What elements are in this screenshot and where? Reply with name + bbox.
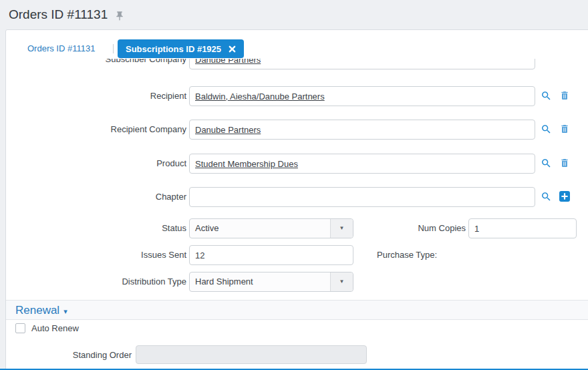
subscriber-company-row: Subscriber Company <box>6 59 588 69</box>
search-icon[interactable] <box>541 90 553 102</box>
recipient-input[interactable] <box>189 86 535 106</box>
renewal-section-header[interactable]: Renewal▾ <box>6 300 588 320</box>
purchase-type-label: Purchase Type: <box>377 245 437 265</box>
search-icon[interactable] <box>541 191 553 203</box>
pin-icon[interactable] <box>114 11 125 21</box>
distribution-type-select[interactable]: Hard Shipment ▼ <box>189 272 353 292</box>
distribution-type-row: Distribution Type Hard Shipment ▼ <box>6 272 588 292</box>
form-area: Subscriber Company Recipient Recipient C… <box>6 59 588 300</box>
auto-renew-label: Auto Renew <box>31 323 79 333</box>
content-panel: Orders ID #11131 Subscriptions ID #1925 … <box>5 29 588 370</box>
standing-order-row: Standing Order <box>6 345 588 365</box>
search-icon[interactable] <box>541 158 553 170</box>
chapter-input[interactable] <box>189 187 535 207</box>
product-row: Product <box>6 154 588 174</box>
tab-subscriptions-label: Subscriptions ID #1925 <box>126 44 221 54</box>
dropdown-arrow-icon[interactable]: ▼ <box>330 272 353 291</box>
num-copies-input[interactable] <box>468 218 577 238</box>
recipient-company-row: Recipient Company <box>6 120 588 140</box>
issues-sent-label: Issues Sent <box>6 245 186 265</box>
tab-subscriptions[interactable]: Subscriptions ID #1925 <box>118 39 244 58</box>
auto-renew-row: Auto Renew <box>15 323 79 333</box>
subscriber-company-input[interactable] <box>189 59 535 69</box>
status-select[interactable]: Active ▼ <box>189 218 353 238</box>
recipient-row: Recipient <box>6 86 588 106</box>
product-label: Product <box>6 154 186 174</box>
trash-icon[interactable] <box>559 90 571 102</box>
tab-separator <box>113 44 114 53</box>
auto-renew-checkbox[interactable] <box>15 323 25 333</box>
distribution-type-label: Distribution Type <box>6 272 186 292</box>
status-row: Status Active ▼ Num Copies <box>6 218 588 238</box>
search-icon[interactable] <box>541 124 553 136</box>
recipient-label: Recipient <box>6 86 186 106</box>
tab-orders[interactable]: Orders ID #11131 <box>27 39 95 58</box>
page-header: Orders ID #11131 <box>0 0 588 29</box>
num-copies-label: Num Copies <box>340 218 466 238</box>
standing-order-label: Standing Order <box>6 345 132 365</box>
close-icon[interactable] <box>229 45 236 53</box>
standing-order-input <box>136 345 367 364</box>
trash-icon[interactable] <box>559 124 571 136</box>
chapter-row: Chapter <box>6 187 588 207</box>
trash-icon[interactable] <box>559 158 571 170</box>
add-icon[interactable] <box>559 191 571 203</box>
issues-sent-row: Issues Sent Purchase Type: <box>6 245 588 265</box>
subscriber-company-label: Subscriber Company <box>6 59 186 69</box>
chapter-label: Chapter <box>6 187 186 207</box>
distribution-type-select-value: Hard Shipment <box>190 272 353 291</box>
product-input[interactable] <box>189 154 535 174</box>
caret-down-icon: ▾ <box>63 307 67 315</box>
recipient-company-label: Recipient Company <box>6 120 186 140</box>
issues-sent-input[interactable] <box>189 245 353 265</box>
recipient-company-input[interactable] <box>189 120 535 140</box>
page-title: Orders ID #11131 <box>9 7 108 22</box>
status-label: Status <box>6 218 186 238</box>
renewal-section-title: Renewal▾ <box>15 301 67 321</box>
status-select-value: Active <box>190 219 353 238</box>
